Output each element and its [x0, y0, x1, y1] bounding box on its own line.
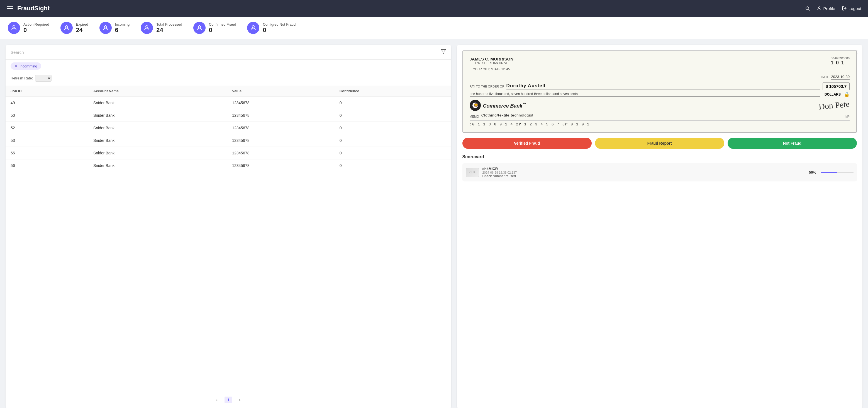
profile-link[interactable]: Profile — [817, 6, 835, 11]
svg-point-7 — [146, 26, 148, 28]
svg-point-4 — [13, 26, 15, 28]
remove-filter-icon[interactable]: ✕ — [14, 64, 18, 68]
cell-job-id: 56 — [6, 159, 88, 172]
scorecard-item-chkMICR: CHK chkMICR 2024-06-28 18:38:02.137 Chec… — [462, 163, 857, 181]
check-bank-logo: 🦁 Commerce Bank™ — [470, 100, 527, 111]
cell-account-name: Snider Bank — [88, 134, 227, 147]
check-date-value: 2023-10-30 — [831, 75, 850, 80]
stat-item-total-processed[interactable]: Total Processed 24 — [141, 22, 182, 34]
check-memo-value: Clothing/textile technologist — [482, 113, 843, 118]
svg-point-0 — [806, 7, 809, 10]
cell-value: 12345678 — [227, 147, 334, 159]
lock-icon: 🔒 — [844, 92, 849, 97]
stat-label-incoming: Incoming — [115, 22, 130, 27]
next-page-button[interactable]: › — [237, 396, 243, 404]
refresh-select[interactable]: 5s10s30s60s — [35, 75, 52, 82]
stat-avatar-action-required — [8, 22, 20, 34]
table-row[interactable]: 55Snider Bank123456780 — [6, 147, 451, 159]
scorecard-title: Scorecard — [462, 154, 857, 159]
stat-item-confirmed-not-fraud[interactable]: Configred Not Fraud 0 — [247, 22, 296, 34]
pagination: ‹ 1 › — [6, 391, 451, 408]
check-amount: 105703.7 — [829, 84, 846, 89]
cell-confidence: 0 — [335, 97, 451, 109]
filter-tag-incomming-filter[interactable]: ✕Incomming — [10, 62, 41, 70]
check-address1: 1765 SHERIDAN DRIVE — [470, 61, 514, 65]
col-account-name: Account Name — [88, 86, 227, 97]
search-bar — [6, 45, 451, 60]
progress-bar — [821, 172, 854, 173]
search-input[interactable] — [10, 50, 441, 55]
scorecard-items: CHK chkMICR 2024-06-28 18:38:02.137 Chec… — [462, 163, 857, 181]
stat-value-expired: 24 — [76, 27, 88, 34]
search-action[interactable] — [805, 6, 810, 11]
stat-item-expired[interactable]: Expired 24 — [60, 22, 88, 34]
stat-avatar-confirmed-fraud — [193, 22, 206, 34]
stat-item-action-required[interactable]: Action Required 0 — [8, 22, 49, 34]
scorecard-info: chkMICR 2024-06-28 18:38:02.137 Check Nu… — [483, 167, 806, 178]
check-memo-row: MEMO Clothing/textile technologist MP — [470, 113, 849, 118]
check-number: 1 0 1 — [831, 60, 849, 66]
svg-text:🦁: 🦁 — [473, 103, 478, 108]
stat-label-expired: Expired — [76, 22, 88, 27]
table-row[interactable]: 52Snider Bank123456780 — [6, 122, 451, 134]
check-micr: :0 1 1 3 0 0 1 4 2⑈ 1 2 3 4 5 6 7 8⑈ 0 1… — [470, 120, 849, 126]
stat-item-confirmed-fraud[interactable]: Confirmed Fraud 0 — [193, 22, 236, 34]
scorecard-desc: Check Number reused — [483, 174, 806, 178]
cell-value: 12345678 — [227, 122, 334, 134]
stat-avatar-total-processed — [141, 22, 153, 34]
svg-marker-10 — [441, 50, 446, 54]
cell-account-name: Snider Bank — [88, 159, 227, 172]
table-row[interactable]: 49Snider Bank123456780 — [6, 97, 451, 109]
stat-value-action-required: 0 — [23, 27, 49, 34]
svg-point-2 — [818, 7, 820, 8]
col-confidence: Confidence — [335, 86, 451, 97]
profile-label: Profile — [824, 6, 835, 11]
table-row[interactable]: 53Snider Bank123456780 — [6, 134, 451, 147]
scorecard-score-area: 50% — [809, 170, 854, 174]
stat-avatar-expired — [60, 22, 73, 34]
navbar: FraudSight Profile Logout — [0, 0, 868, 17]
stat-item-incoming[interactable]: Incoming 6 — [99, 22, 130, 34]
filter-icon-btn[interactable] — [441, 49, 446, 55]
check-name-block: JAMES C. MORRISON 1765 SHERIDAN DRIVE YO… — [470, 57, 514, 74]
check-date-row: DATE 2023-10-30 — [470, 75, 849, 80]
prev-page-button[interactable]: ‹ — [214, 396, 220, 404]
check-pay-label: PAY TO THE ORDER OF — [470, 85, 504, 88]
col-job-id: Job ID — [6, 86, 88, 97]
not-fraud-button[interactable]: Not Fraud — [727, 138, 857, 149]
svg-point-9 — [252, 26, 254, 28]
cell-confidence: 0 — [335, 159, 451, 172]
cell-account-name: Snider Bank — [88, 97, 227, 109]
cell-job-id: 52 — [6, 122, 88, 134]
cell-job-id: 49 — [6, 97, 88, 109]
cell-confidence: 0 — [335, 109, 451, 122]
check-header-right: 00-6789/0000 1 0 1 — [831, 57, 849, 74]
check-name: JAMES C. MORRISON — [470, 57, 514, 61]
cell-job-id: 50 — [6, 109, 88, 122]
brand-title: FraudSight — [17, 5, 805, 12]
stats-bar: Action Required 0 Expired 24 Incoming 6 — [0, 17, 868, 39]
table-header: Job IDAccount NameValueConfidence — [6, 86, 451, 97]
check-words-row: one hundred five thousand, seven hundred… — [470, 92, 849, 97]
profile-icon — [817, 6, 822, 11]
logout-label: Logout — [848, 6, 861, 11]
scorecard-pct: 50% — [809, 170, 819, 174]
logout-link[interactable]: Logout — [842, 6, 861, 11]
svg-point-6 — [104, 26, 107, 28]
table-row[interactable]: 50Snider Bank123456780 — [6, 109, 451, 122]
table-row[interactable]: 56Snider Bank123456780 — [6, 159, 451, 172]
check-signature: Don Pete — [818, 99, 850, 112]
cell-value: 12345678 — [227, 159, 334, 172]
cell-value: 12345678 — [227, 109, 334, 122]
verified-fraud-button[interactable]: Verified Fraud — [462, 138, 592, 149]
check-memo-label: MEMO — [470, 115, 479, 118]
fraud-report-button[interactable]: Fraud Report — [595, 138, 724, 149]
check-date-label: DATE — [820, 75, 829, 79]
check-amount-box: $ 105703.7 — [823, 83, 849, 90]
cell-job-id: 55 — [6, 147, 88, 159]
check-image: JAMES C. MORRISON 1765 SHERIDAN DRIVE YO… — [462, 51, 857, 133]
filter-tag-label: Incomming — [20, 64, 37, 68]
left-panel: ✕Incomming Refresh Rate: 5s10s30s60s Job… — [6, 45, 451, 408]
menu-icon[interactable] — [7, 6, 13, 10]
check-address2: YOUR CITY, STATE 12345 — [470, 67, 514, 71]
